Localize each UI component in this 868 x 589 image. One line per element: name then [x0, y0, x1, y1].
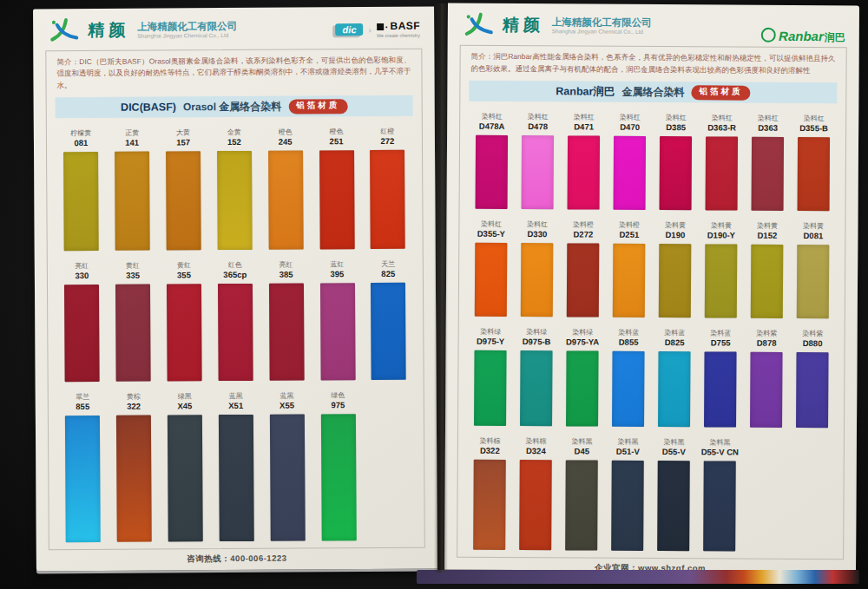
- hotline-text: 咨询热线：400-006-1223: [45, 548, 429, 568]
- swatch-code: D330: [527, 229, 547, 239]
- company-name-en: Shanghai Jingyan Chemical Co., Ltd: [552, 28, 652, 35]
- swatch-name: 染料红: [758, 115, 779, 123]
- color-swatch: [522, 135, 555, 209]
- swatch-code: D081: [803, 231, 823, 241]
- swatch-cell: 染料红D385: [653, 114, 700, 210]
- swatch-cell: 橙色245: [260, 128, 312, 250]
- swatch-code: 081: [74, 138, 88, 148]
- swatch-code: D825: [665, 337, 685, 348]
- brand-logos: Ranbar 润巴: [761, 14, 845, 46]
- swatch-name: 染料蓝: [618, 329, 639, 337]
- swatch-cell: 红色365cp: [209, 261, 261, 381]
- color-swatch: [115, 152, 150, 251]
- swatch-name: 染料紫: [756, 330, 777, 338]
- company-logo-group: 精颜 上海精颜化工有限公司 Shanghai Jingyan Chemical …: [462, 12, 652, 39]
- swatch-name: 黄红: [177, 262, 191, 271]
- swatch-code: 251: [330, 137, 344, 147]
- swatch-code: X45: [177, 401, 192, 411]
- color-swatch: [116, 416, 152, 542]
- swatch-cell: 染料紫D878: [743, 330, 790, 428]
- swatch-name: 正黄: [125, 129, 139, 138]
- swatch-name: 蓝黑: [229, 392, 243, 401]
- swatch-code: 365cp: [223, 270, 247, 280]
- swatch-cell: 绿色975: [312, 391, 365, 540]
- swatch-cell: 黄棕322: [108, 393, 161, 542]
- color-swatch: [611, 460, 644, 550]
- swatch-name: 染料棕: [479, 437, 500, 446]
- swatch-cell: 染料绿D975-YA: [559, 328, 606, 426]
- book-spine: [434, 3, 448, 573]
- right-title-text: 金属络合染料: [621, 84, 684, 99]
- color-swatch: [796, 352, 829, 428]
- swatch-code: D855: [619, 337, 639, 348]
- swatch-cell: 柠檬黄081: [56, 129, 108, 251]
- company-name-cn: 精颜: [88, 19, 129, 42]
- swatch-code: D322: [480, 446, 500, 456]
- color-swatch: [519, 460, 552, 550]
- company-name-cn: 精颜: [503, 14, 544, 36]
- swatch-row: 染料棕D322染料棕D324染料黑D45染料黑D51-V染料黑D55-V染料黑D…: [466, 437, 835, 552]
- swatch-code: 335: [126, 271, 140, 281]
- swatch-code: D880: [803, 338, 823, 349]
- swatch-cell: 染料黑D45: [558, 437, 605, 550]
- color-swatch: [64, 285, 100, 382]
- swatch-code: 141: [125, 138, 139, 148]
- color-swatch: [63, 152, 99, 251]
- swatch-name: 染料橙: [573, 221, 594, 230]
- swatch-code: D471: [574, 122, 594, 133]
- ranbar-circle-icon: [761, 28, 776, 43]
- swatch-name: 染料红: [528, 113, 549, 121]
- color-swatch: [704, 351, 737, 427]
- swatch-code: 322: [127, 402, 141, 412]
- swatch-code: D272: [573, 230, 593, 240]
- swatch-code: D878: [757, 338, 777, 349]
- swatch-code: D55-V: [662, 447, 686, 457]
- swatch-code: 975: [331, 400, 345, 410]
- swatch-cell: 染料红D363: [745, 115, 792, 211]
- color-swatch: [270, 415, 306, 541]
- jingyan-logo-icon: [462, 12, 496, 38]
- color-swatch: [168, 415, 203, 541]
- color-swatch: [320, 283, 356, 380]
- swatch-name: 染料黑: [663, 438, 684, 447]
- swatch-name: 大黄: [176, 129, 190, 138]
- swatch-cell: 黄红335: [108, 262, 160, 382]
- swatch-code: 395: [330, 269, 344, 279]
- swatch-name: 染料黑: [571, 437, 592, 446]
- swatch-name: 染料黄: [665, 221, 686, 230]
- color-swatch: [475, 243, 508, 317]
- left-title-bar: DIC(BASF) Orasol 金属络合染料 铝箔材质: [56, 95, 413, 119]
- right-title-bar: Ranbar润巴 金属络合染料 铝箔材质: [469, 81, 837, 104]
- dic-logo: dic: [336, 23, 364, 36]
- color-swatch: [268, 151, 304, 250]
- color-swatch: [750, 352, 783, 428]
- swatch-row: 翠兰855黄棕322绿黑X45蓝黑X51蓝黑X55绿色975: [57, 391, 416, 542]
- swatch-cell: 橙色251: [311, 128, 363, 249]
- book-bottom-edge: [417, 570, 859, 584]
- swatch-cell: 染料黄D190-Y: [698, 221, 745, 317]
- color-swatch: [319, 150, 355, 249]
- right-content-frame: 简介：润巴Ranbar高性能金属络合染料，色系齐全，具有优异的色彩稳定性和耐热稳…: [457, 45, 847, 560]
- swatch-code: D975-B: [523, 337, 551, 347]
- swatch-cell: 染料蓝D825: [651, 329, 698, 427]
- swatch-cell: 染料红D478A: [469, 113, 516, 209]
- color-swatch: [371, 283, 406, 380]
- swatch-cell: 染料黑D55-V: [650, 438, 697, 551]
- swatch-name: 染料黄: [711, 221, 732, 230]
- swatch-cell: 染料黄D190: [652, 221, 699, 317]
- color-swatch: [566, 350, 599, 426]
- swatch-name: 染料黑: [709, 438, 730, 447]
- swatch-code: 152: [227, 137, 241, 147]
- swatch-row: 染料绿D975-Y染料绿D975-B染料绿D975-YA染料蓝D855染料蓝D8…: [467, 328, 836, 428]
- swatch-code: X55: [279, 401, 294, 411]
- swatch-name: 蓝黑: [279, 392, 293, 401]
- color-swatch: [65, 416, 101, 542]
- swatch-code: D355-Y: [477, 229, 505, 239]
- color-swatch: [612, 351, 645, 427]
- swatch-name: 染料红: [574, 114, 595, 122]
- swatch-code: D152: [757, 231, 777, 241]
- color-swatch: [568, 135, 601, 209]
- color-swatch: [521, 243, 554, 317]
- swatch-name: 染料蓝: [664, 329, 685, 337]
- foil-material-badge: 铝箔材质: [691, 85, 750, 100]
